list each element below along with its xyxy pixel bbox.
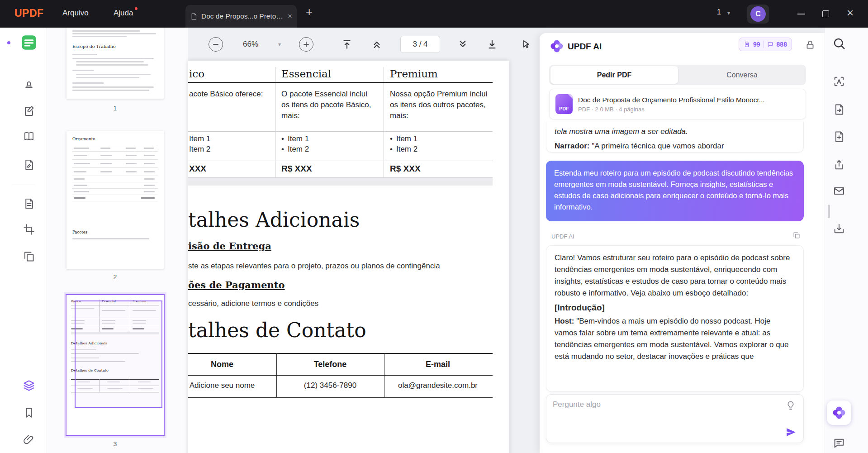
contact-header-telefone: Telefone: [314, 360, 347, 369]
table-line: [276, 353, 277, 397]
page-number-1: 1: [66, 105, 164, 112]
updf-ai-logo-icon: [832, 405, 846, 420]
updf-logo: UPDF: [14, 7, 44, 19]
pricing-col1-items: Item 1 Item 2: [189, 134, 210, 154]
document-page[interactable]: ico Essencial Premium acote Básico ofere…: [188, 61, 509, 453]
tool-bookmark[interactable]: [23, 407, 35, 419]
page-thumbnail-2[interactable]: Orçamento Pacotes: [66, 131, 164, 269]
book-open-icon: [23, 130, 35, 143]
ai-tabs: Pedir PDF Conversa: [549, 65, 806, 85]
page-indicator[interactable]: 3 / 4: [400, 36, 440, 53]
text-line: [72, 33, 156, 34]
text-line: [72, 238, 149, 239]
narrator-text: "A primeira técnica que vamos abordar: [589, 142, 724, 150]
pdf-viewer: 66% ▾ 3 / 4 ico Essencial Premium acote …: [188, 28, 540, 453]
comments-button[interactable]: [833, 437, 845, 449]
credit-counter[interactable]: 99 888: [739, 38, 792, 51]
pricing-col3-desc: Nossa opção Premium inclui os itens dos …: [390, 89, 489, 121]
lightbulb-icon[interactable]: [785, 400, 796, 411]
window-count[interactable]: 1: [717, 8, 721, 16]
zoom-caret-icon[interactable]: ▾: [278, 41, 281, 48]
right-toolbar: [825, 28, 868, 453]
menu-arquivo[interactable]: Arquivo: [62, 9, 89, 18]
bullet-icon: •: [390, 145, 393, 153]
cursor-icon: [521, 39, 531, 50]
tool-annotate[interactable]: [23, 105, 35, 118]
tool-reader-active[interactable]: [19, 33, 38, 52]
table-row: [72, 152, 158, 160]
email-button[interactable]: [833, 185, 845, 197]
close-window-button[interactable]: ×: [847, 7, 854, 19]
updf-ai-button[interactable]: [827, 401, 851, 425]
menu-ajuda[interactable]: Ajuda: [114, 9, 133, 18]
duplicate-pages-icon: [23, 251, 35, 263]
contact-header-nome: Nome: [211, 360, 233, 369]
zoom-out-button[interactable]: [209, 37, 223, 52]
text-line: [76, 61, 144, 62]
host-label: Host:: [555, 317, 574, 325]
next-page-button[interactable]: [457, 38, 469, 50]
first-page-button[interactable]: [341, 38, 353, 50]
page-thumbnail-3[interactable]: Básico Essencial Premium Detalhes Adicio…: [66, 295, 164, 435]
minimize-button[interactable]: [797, 14, 805, 14]
additional-details-title: talhes Adicionais: [188, 208, 360, 231]
document-icon: [190, 13, 198, 20]
select-tool-button[interactable]: [521, 39, 531, 50]
table-line: [188, 161, 493, 161]
tool-stamp[interactable]: [23, 78, 35, 90]
send-icon[interactable]: [785, 426, 797, 438]
page-thumbnail-1[interactable]: Escopo do Trabalho: [66, 28, 164, 99]
copy-icon[interactable]: [792, 231, 801, 240]
save-button[interactable]: [833, 222, 845, 235]
thumb1-heading: Escopo do Trabalho: [72, 44, 116, 49]
delivery-text: ste as etapas relevantes para o projeto,…: [188, 262, 440, 271]
text-line: [76, 64, 148, 66]
tool-summary[interactable]: [23, 198, 35, 210]
item-label: Item 2: [288, 145, 309, 153]
new-tab-button[interactable]: +: [306, 5, 313, 19]
maximize-button[interactable]: [822, 10, 829, 17]
lock-icon[interactable]: [804, 39, 816, 51]
table-row: [72, 176, 158, 182]
tab-pedir-pdf[interactable]: Pedir PDF: [550, 66, 678, 84]
document-lines-icon: [23, 198, 35, 210]
share-icon: [833, 158, 845, 171]
account-button[interactable]: C: [747, 5, 769, 24]
tab-conversa[interactable]: Conversa: [678, 65, 806, 85]
ocr-button[interactable]: [833, 75, 845, 88]
text-line: [72, 82, 104, 84]
document-tab[interactable]: Doc de Propos...o Preto Cinza ×: [185, 5, 297, 28]
chat-input-box[interactable]: [546, 394, 804, 443]
updf-ai-logo-icon: [550, 39, 564, 53]
search-icon: [832, 37, 846, 50]
pricing-col3-header: Premium: [390, 68, 438, 80]
tool-attachment[interactable]: [23, 434, 35, 446]
scrollbar-thumb[interactable]: [828, 205, 830, 218]
share-button[interactable]: [833, 158, 845, 171]
last-page-button[interactable]: [486, 38, 498, 50]
zoom-in-button[interactable]: [299, 37, 313, 52]
chat-input[interactable]: [553, 400, 779, 439]
tool-read-mode[interactable]: [23, 130, 35, 143]
file-card[interactable]: PDF Doc de Proposta de Orçamento Profiss…: [549, 89, 806, 119]
paperclip-icon: [23, 434, 35, 446]
thumb2-heading: Orçamento: [72, 137, 95, 141]
search-button[interactable]: [832, 37, 846, 50]
pricing-col3-items: •Item 1 •Item 2: [390, 134, 417, 154]
convert-button[interactable]: [833, 103, 845, 116]
tool-crop[interactable]: [23, 224, 35, 236]
add-page-button[interactable]: [833, 130, 845, 143]
narrator-label: Narrador:: [555, 142, 589, 150]
visible-area-rect[interactable]: [75, 300, 162, 408]
tool-organize-pages[interactable]: [23, 379, 35, 392]
zoom-level[interactable]: 66%: [243, 40, 258, 49]
tool-pages[interactable]: [23, 251, 35, 263]
table-shaded-row: [188, 177, 493, 186]
text-line: [72, 58, 154, 59]
previous-page-button[interactable]: [371, 38, 383, 50]
tool-sign[interactable]: [23, 159, 35, 171]
window-list-caret-icon[interactable]: ▾: [727, 10, 730, 16]
tab-close-icon[interactable]: ×: [288, 12, 292, 21]
go-to-top-icon: [341, 38, 353, 50]
pricing-col1-desc: acote Básico oferece:: [189, 89, 272, 100]
